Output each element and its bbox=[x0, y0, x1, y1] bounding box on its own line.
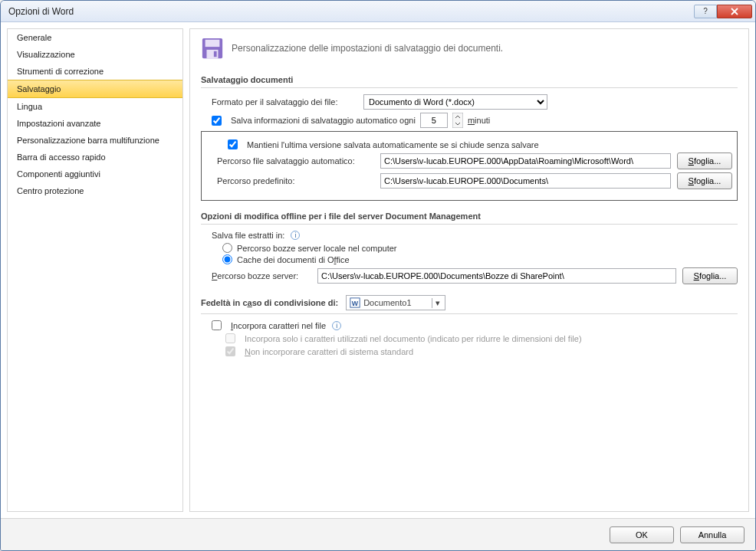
embed-nosys-label: Non incorporare caratteri di sistema sta… bbox=[245, 347, 413, 356]
chevron-down-icon: ▾ bbox=[432, 298, 443, 308]
sidebar-item-lingua[interactable]: Lingua bbox=[8, 98, 182, 115]
autosave-checkbox[interactable] bbox=[212, 116, 222, 126]
embed-nosys-checkbox bbox=[225, 346, 235, 356]
group-save-docs: Salvataggio documenti bbox=[201, 72, 738, 88]
sidebar-item-qat[interactable]: Barra di accesso rapido bbox=[8, 149, 182, 166]
sidebar-item-strumenti[interactable]: Strumenti di correzione bbox=[8, 63, 182, 80]
sidebar-item-avanzate[interactable]: Impostazioni avanzate bbox=[8, 115, 182, 132]
sidebar-item-visualizzazione[interactable]: Visualizzazione bbox=[8, 46, 182, 63]
ok-button[interactable]: OK bbox=[610, 526, 674, 543]
svg-text:W: W bbox=[352, 300, 359, 307]
sidebar-item-addins[interactable]: Componenti aggiuntivi bbox=[8, 166, 182, 182]
embed-used-label: Incorpora solo i caratteri utilizzati ne… bbox=[245, 334, 582, 343]
cancel-button[interactable]: Annulla bbox=[680, 526, 744, 543]
embed-fonts-label: Incorpora caratteri nel file bbox=[231, 321, 326, 330]
browse-autorecover-button[interactable]: Sfoglia... bbox=[677, 153, 732, 169]
browse-default-button[interactable]: Sfoglia... bbox=[677, 172, 732, 189]
radio-cache[interactable] bbox=[222, 254, 232, 264]
keep-last-checkbox[interactable] bbox=[228, 139, 238, 149]
spinner-icon[interactable] bbox=[452, 113, 463, 128]
sidebar-item-generale[interactable]: Generale bbox=[8, 29, 182, 46]
autosave-minutes[interactable] bbox=[420, 113, 448, 128]
svg-rect-3 bbox=[214, 51, 217, 57]
format-select[interactable]: Documento di Word (*.docx) bbox=[363, 94, 547, 110]
info-icon[interactable]: i bbox=[291, 231, 300, 240]
highlight-box: Mantieni l'ultima versione salvata autom… bbox=[201, 131, 738, 201]
default-path-input[interactable] bbox=[380, 173, 671, 189]
word-doc-icon: W bbox=[350, 297, 360, 308]
autosave-label: Salva informazioni di salvataggio automa… bbox=[231, 113, 490, 128]
keep-last-label: Mantieni l'ultima versione salvata autom… bbox=[247, 140, 539, 149]
window-title: Opzioni di Word bbox=[8, 6, 694, 17]
embed-fonts-checkbox[interactable] bbox=[212, 320, 222, 330]
fidelity-doc-select[interactable]: W Documento1 ▾ bbox=[346, 295, 445, 310]
drafts-path-input[interactable] bbox=[317, 268, 676, 284]
group-offline: Opzioni di modifica offline per i file d… bbox=[201, 208, 738, 225]
radio-local-label: Percorso bozze server locale nel compute… bbox=[237, 244, 396, 253]
default-path-label: Percorso predefinito: bbox=[217, 176, 374, 185]
content-panel: Personalizzazione delle impostazioni di … bbox=[189, 28, 749, 512]
sidebar-item-trust[interactable]: Centro protezione bbox=[8, 182, 182, 199]
browse-drafts-button[interactable]: Sfoglia... bbox=[682, 267, 738, 284]
sidebar-item-salvataggio[interactable]: Salvataggio bbox=[8, 80, 182, 98]
autorecover-path-input[interactable] bbox=[380, 153, 671, 169]
sidebar: Generale Visualizzazione Strumenti di co… bbox=[7, 28, 183, 512]
close-icon bbox=[731, 8, 738, 15]
group-fidelity: Fedeltà in caso di condivisione di: W Do… bbox=[201, 292, 738, 314]
sidebar-item-ribbon[interactable]: Personalizzazione barra multifunzione bbox=[8, 132, 182, 149]
svg-rect-1 bbox=[205, 40, 220, 47]
page-header: Personalizzazione delle impostazioni di … bbox=[232, 43, 503, 54]
format-label: Formato per il salvataggio dei file: bbox=[212, 97, 357, 107]
radio-local[interactable] bbox=[222, 243, 232, 253]
titlebar: Opzioni di Word ? bbox=[1, 1, 755, 22]
embed-used-checkbox bbox=[225, 333, 235, 343]
info-icon-embed[interactable]: i bbox=[332, 321, 341, 330]
save-extracted-label: Salva file estratti in: bbox=[212, 231, 284, 240]
autorecover-path-label: Percorso file salvataggio automatico: bbox=[217, 156, 374, 166]
dialog-footer: OK Annulla bbox=[1, 518, 755, 550]
svg-rect-4 bbox=[452, 113, 463, 128]
drafts-label: Percorso bozze server: bbox=[212, 271, 311, 280]
close-button[interactable] bbox=[717, 5, 752, 18]
floppy-icon bbox=[201, 37, 224, 60]
radio-cache-label: Cache dei documenti di Office bbox=[237, 255, 350, 264]
help-button[interactable]: ? bbox=[694, 5, 717, 18]
